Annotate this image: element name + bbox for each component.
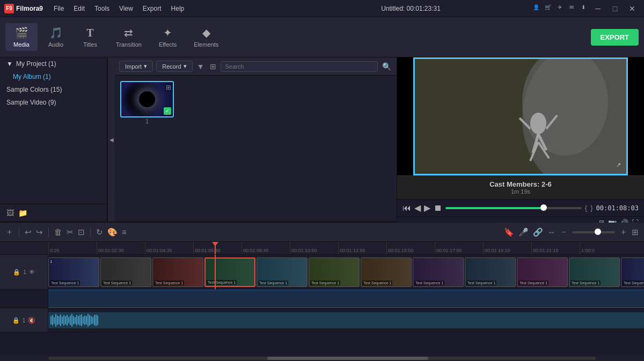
close-button[interactable]: ✕: [625, 3, 640, 14]
track-eye-icon[interactable]: 👁: [29, 269, 35, 275]
timeline-scrollbar[interactable]: [0, 356, 644, 361]
zoom-slider[interactable]: [572, 231, 615, 233]
add-media-icon[interactable]: 🖼: [6, 209, 14, 217]
redo-button[interactable]: ↪: [36, 227, 43, 237]
playhead-triangle: [212, 242, 218, 246]
grid-view-icon[interactable]: ⊞: [209, 61, 217, 72]
mail-icon[interactable]: ✉: [567, 3, 576, 12]
timeline-toolbar: ＋ ↩ ↪ 🗑 ✂ ⊡ ↻ 🎨 ≡ 🔖 🎤 🔗 ↔ － ＋ ⊞: [0, 223, 644, 242]
menu-tools[interactable]: Tools: [90, 4, 114, 13]
preview-video-area: ⏸ ↗: [397, 57, 644, 175]
tree-item-videos[interactable]: Sample Video (9): [0, 96, 107, 109]
toolbar-transition[interactable]: ⇄ Transition: [108, 23, 149, 51]
user-icon[interactable]: 👤: [531, 3, 541, 12]
search-icon[interactable]: 🔍: [381, 61, 392, 72]
import-dropdown-icon[interactable]: ▾: [144, 63, 147, 70]
clip-11[interactable]: Test Sequence 1: [621, 257, 644, 287]
ruler-mark-9: 00:01:19:10: [483, 242, 531, 254]
menu-view[interactable]: View: [115, 4, 137, 13]
audio-track-content: [48, 308, 644, 332]
delete-button[interactable]: 🗑: [54, 227, 62, 237]
track-header-1: 🔒 1 👁: [0, 255, 48, 289]
out-point-bracket[interactable]: }: [590, 204, 592, 212]
panel-collapse-arrow[interactable]: ◀: [107, 57, 115, 222]
fit-timeline-button[interactable]: ⊞: [632, 227, 639, 237]
mic-button[interactable]: 🎤: [518, 227, 529, 237]
progress-handle[interactable]: [540, 204, 547, 211]
rewind-button[interactable]: ◀: [414, 203, 421, 213]
clip-1[interactable]: Test Sequence 1: [100, 257, 151, 287]
clip-label-7: Test Sequence 1: [414, 281, 444, 285]
zoom-in-icon[interactable]: ＋: [619, 227, 627, 237]
preview-controls: ⏮ ◀ ▶ ⏹ { } 00:01:08:03: [397, 199, 644, 216]
track-header-selected: [0, 290, 48, 308]
tree-item-project[interactable]: ▼ My Project (1): [0, 57, 107, 70]
clip-10[interactable]: Test Sequence 1: [569, 257, 620, 287]
import-button[interactable]: Import ▾: [119, 61, 153, 72]
rotate-button[interactable]: ↻: [96, 227, 103, 237]
link-button[interactable]: 🔗: [533, 227, 543, 237]
playhead-ruler-indicator[interactable]: [215, 242, 216, 254]
clip-5[interactable]: Test Sequence 1: [309, 257, 360, 287]
maximize-button[interactable]: □: [608, 3, 623, 14]
titles-label: Titles: [83, 41, 97, 48]
ruler-mark-10: 00:01:21:15: [531, 242, 580, 254]
clip-4[interactable]: Test Sequence 1: [257, 257, 308, 287]
share-icon[interactable]: ✈: [555, 3, 565, 12]
clip-6[interactable]: Test Sequence 1: [361, 257, 412, 287]
in-point-bracket[interactable]: {: [585, 204, 587, 212]
audio-mute-icon[interactable]: 🔇: [28, 317, 35, 324]
play-button[interactable]: ▶: [424, 203, 430, 213]
undo-button[interactable]: ↩: [25, 227, 32, 237]
ruler-mark-11: 1:00:0: [580, 242, 628, 254]
adjust-button[interactable]: ≡: [122, 227, 127, 237]
panel-bottom-icons: 🖼 📁: [0, 204, 107, 222]
zoom-out-icon[interactable]: －: [560, 227, 568, 237]
clip-label-3: Test Sequence 1: [207, 280, 237, 285]
menu-export[interactable]: Export: [138, 4, 166, 13]
tree-item-album[interactable]: My Album (1): [0, 70, 107, 83]
cart-icon[interactable]: 🛒: [543, 3, 553, 12]
prev-frame-button[interactable]: ⏮: [402, 203, 411, 213]
media-icon: 🎬: [15, 26, 28, 39]
clip-8[interactable]: Test Sequence 1: [465, 257, 516, 287]
clip-2[interactable]: Test Sequence 1: [152, 257, 203, 287]
preview-image: ⏸: [415, 59, 626, 174]
stop-button[interactable]: ⏹: [434, 203, 442, 213]
clip-0[interactable]: 1 Test Sequence 1: [48, 257, 99, 287]
clip-3[interactable]: Test Sequence 1: [204, 257, 255, 287]
toolbar-elements[interactable]: ◆ Elements: [186, 23, 226, 51]
toolbar-effects[interactable]: ✦ Effects: [151, 23, 184, 51]
toolbar-media[interactable]: 🎬 Media: [5, 23, 38, 51]
toolbar-titles[interactable]: T Titles: [74, 24, 106, 51]
effects-label: Effects: [159, 41, 177, 48]
add-folder-icon[interactable]: 📁: [18, 209, 27, 217]
menu-edit[interactable]: Edit: [69, 4, 89, 13]
cursor-indicator: ↗: [616, 161, 621, 168]
audio-lock-icon[interactable]: 🔒: [12, 317, 20, 324]
add-track-button[interactable]: ＋: [5, 227, 13, 237]
search-input[interactable]: [221, 61, 378, 72]
color-button[interactable]: 🎨: [107, 227, 118, 237]
tree-item-colors[interactable]: Sample Colors (15): [0, 83, 107, 96]
selected-check: ✓: [164, 107, 171, 115]
crop-button[interactable]: ⊡: [78, 227, 85, 237]
minimize-button[interactable]: ─: [590, 3, 605, 14]
toolbar-audio[interactable]: 🎵 Audio: [40, 23, 72, 51]
track-lock-icon[interactable]: 🔒: [13, 269, 20, 276]
scrollbar-thumb[interactable]: [267, 357, 428, 360]
media-item-0[interactable]: ⊞ ✓: [120, 81, 174, 117]
filter-icon[interactable]: ▼: [196, 61, 206, 72]
menu-help[interactable]: Help: [167, 4, 189, 13]
clip-7[interactable]: Test Sequence 1: [413, 257, 464, 287]
progress-bar[interactable]: [445, 207, 582, 209]
ripple-button[interactable]: ↔: [547, 227, 555, 237]
cut-button[interactable]: ✂: [67, 227, 74, 237]
menu-file[interactable]: File: [49, 4, 68, 13]
record-button[interactable]: Record ▾: [156, 61, 192, 72]
record-dropdown-icon[interactable]: ▾: [184, 63, 187, 70]
clip-9[interactable]: Test Sequence 1: [517, 257, 568, 287]
download-icon[interactable]: ⬇: [579, 3, 588, 12]
marker-button[interactable]: 🔖: [504, 227, 514, 237]
export-button[interactable]: EXPORT: [591, 29, 639, 46]
